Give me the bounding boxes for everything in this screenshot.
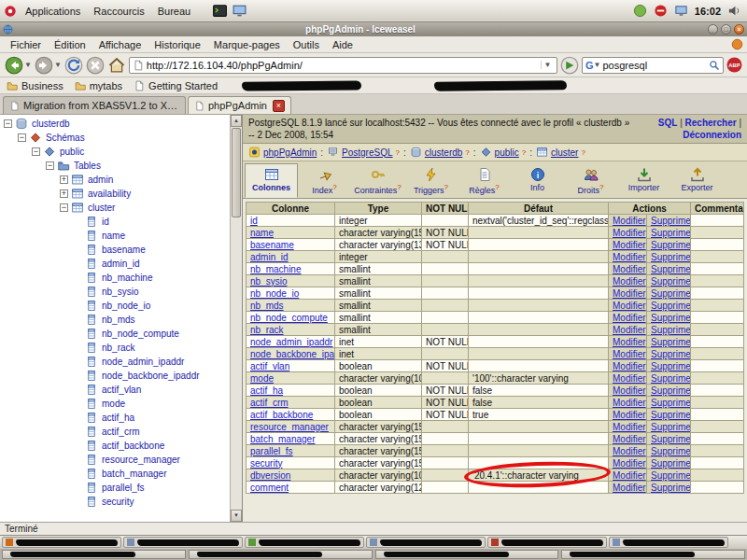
tree-label[interactable]: parallel_fs bbox=[102, 483, 145, 493]
pg-tab-droits[interactable]: Droits? bbox=[564, 163, 617, 198]
tree-expander-icon[interactable]: − bbox=[46, 161, 54, 170]
modify-link[interactable]: Modifier bbox=[613, 252, 646, 262]
drop-link[interactable]: Supprimer bbox=[651, 313, 691, 323]
tree-label[interactable]: resource_manager bbox=[102, 455, 180, 465]
forward-button[interactable] bbox=[35, 56, 53, 75]
network-monitor-icon[interactable] bbox=[674, 4, 688, 18]
modify-link[interactable]: Modifier bbox=[613, 385, 646, 396]
panel-menu-raccourcis[interactable]: Raccourcis bbox=[87, 3, 150, 20]
column-name-link[interactable]: actif_crm bbox=[250, 398, 289, 408]
column-name-link[interactable]: dbversion bbox=[250, 470, 290, 481]
drop-link[interactable]: Supprimer bbox=[651, 240, 691, 250]
browser-tab-1[interactable]: Migration from XBAS5V1.2 to XBAS5V3... bbox=[3, 96, 186, 114]
drop-link[interactable]: Supprimer bbox=[651, 301, 691, 311]
column-name-link[interactable]: mode bbox=[250, 373, 274, 384]
go-button[interactable] bbox=[560, 56, 579, 75]
tree-expander-icon[interactable]: − bbox=[32, 147, 40, 156]
toplink-deconnexion[interactable]: Déconnexion bbox=[683, 130, 741, 140]
panel-clock[interactable]: 16:02 bbox=[695, 6, 721, 17]
drop-link[interactable]: Supprimer bbox=[651, 349, 691, 359]
help-link[interactable]: ? bbox=[396, 148, 400, 157]
tree-label[interactable]: availability bbox=[88, 189, 131, 199]
modify-link[interactable]: Modifier bbox=[613, 434, 646, 444]
column-name-link[interactable]: resource_manager bbox=[250, 422, 329, 432]
column-name-link[interactable]: actif_vlan bbox=[250, 361, 289, 371]
search-icon[interactable] bbox=[709, 60, 720, 71]
help-link[interactable]: ? bbox=[397, 183, 401, 191]
tree-label[interactable]: public bbox=[60, 147, 84, 157]
tree-label[interactable]: Tables bbox=[74, 161, 101, 171]
toplink-sql[interactable]: SQL bbox=[658, 118, 678, 128]
url-dropdown-icon[interactable]: ▼ bbox=[541, 61, 554, 69]
search-bar[interactable]: G ▼ posgresql bbox=[582, 57, 724, 74]
column-name-link[interactable]: nb_rack bbox=[250, 325, 284, 335]
drop-link[interactable]: Supprimer bbox=[651, 228, 691, 238]
tree-label[interactable]: actif_ha bbox=[102, 413, 134, 423]
help-link[interactable]: ? bbox=[522, 148, 526, 157]
back-button[interactable] bbox=[5, 56, 23, 75]
minimize-button[interactable]: _ bbox=[708, 24, 718, 35]
breadcrumb-public[interactable]: public? bbox=[480, 147, 527, 158]
close-button[interactable]: × bbox=[734, 24, 744, 35]
tree-label[interactable]: nb_node_io bbox=[102, 301, 150, 311]
window-titlebar[interactable]: phpPgAdmin - Iceweasel _ □ × bbox=[0, 22, 747, 36]
tree-label[interactable]: basename bbox=[102, 245, 146, 255]
column-name-link[interactable]: actif_backbone bbox=[250, 410, 313, 420]
back-dropdown-icon[interactable]: ▼ bbox=[24, 61, 32, 69]
tree-expander-icon[interactable]: + bbox=[60, 189, 68, 198]
tree-label[interactable]: nb_mds bbox=[102, 315, 135, 325]
help-link[interactable]: ? bbox=[599, 183, 603, 191]
pg-tab-index[interactable]: Index? bbox=[298, 163, 351, 198]
pg-tab-regles[interactable]: Règles? bbox=[458, 163, 511, 198]
tree-label[interactable]: id bbox=[102, 217, 109, 227]
column-name-link[interactable]: nb_node_compute bbox=[250, 313, 328, 323]
column-name-link[interactable]: comment bbox=[250, 483, 289, 493]
column-name-link[interactable]: basename bbox=[250, 240, 294, 250]
terminal-launcher-icon[interactable] bbox=[212, 3, 228, 19]
tree-label[interactable]: mode bbox=[102, 399, 125, 409]
modify-link[interactable]: Modifier bbox=[613, 325, 646, 335]
column-name-link[interactable]: nb_mds bbox=[250, 301, 284, 311]
tree-label[interactable]: cluster bbox=[88, 203, 115, 213]
home-button[interactable] bbox=[107, 56, 126, 75]
tree-label[interactable]: nb_node_compute bbox=[102, 329, 179, 339]
status-orb-icon[interactable] bbox=[633, 4, 647, 18]
modify-link[interactable]: Modifier bbox=[613, 410, 646, 420]
drop-link[interactable]: Supprimer bbox=[651, 470, 691, 481]
pg-tab-colonnes[interactable]: Colonnes bbox=[245, 163, 298, 198]
modify-link[interactable]: Modifier bbox=[613, 483, 646, 493]
stop-button[interactable] bbox=[86, 56, 105, 75]
taskbar-window-button[interactable] bbox=[245, 537, 364, 548]
modify-link[interactable]: Modifier bbox=[613, 240, 646, 250]
menu-affichage[interactable]: Affichage bbox=[92, 38, 148, 51]
volume-icon[interactable] bbox=[727, 4, 741, 18]
tree-label[interactable]: Schémas bbox=[46, 133, 85, 143]
tree-label[interactable]: actif_vlan bbox=[102, 385, 141, 395]
tab-close-button[interactable]: × bbox=[273, 100, 285, 112]
panel-menu-bureau[interactable]: Bureau bbox=[151, 3, 197, 20]
menu-fichier[interactable]: Fichier bbox=[4, 38, 48, 51]
column-name-link[interactable]: node_admin_ipaddr bbox=[250, 337, 332, 347]
menu-edition[interactable]: Édition bbox=[48, 38, 92, 51]
display-launcher-icon[interactable] bbox=[232, 3, 247, 19]
drop-link[interactable]: Supprimer bbox=[651, 422, 691, 432]
drop-link[interactable]: Supprimer bbox=[651, 276, 691, 287]
pg-tab-importer[interactable]: Importer bbox=[617, 163, 670, 198]
forward-dropdown-icon[interactable]: ▼ bbox=[54, 61, 62, 69]
tree-label[interactable]: nb_machine bbox=[102, 273, 152, 283]
drop-link[interactable]: Supprimer bbox=[651, 264, 691, 274]
taskbar-window-button[interactable] bbox=[366, 537, 486, 548]
pg-tab-exporter[interactable]: Exporter bbox=[670, 163, 724, 198]
drop-link[interactable]: Supprimer bbox=[651, 288, 691, 299]
column-name-link[interactable]: parallel_fs bbox=[250, 446, 293, 456]
modify-link[interactable]: Modifier bbox=[613, 228, 646, 238]
drop-link[interactable]: Supprimer bbox=[651, 252, 691, 262]
adblock-icon[interactable]: ABP bbox=[726, 57, 742, 73]
bookmark-getting-started[interactable]: Getting Started bbox=[134, 80, 218, 91]
applications-menu-icon[interactable] bbox=[4, 5, 17, 18]
search-input[interactable]: posgresql bbox=[602, 60, 707, 71]
taskbar-window-button[interactable] bbox=[487, 537, 607, 548]
menu-aide[interactable]: Aide bbox=[326, 38, 359, 51]
drop-link[interactable]: Supprimer bbox=[651, 398, 691, 408]
pg-tab-info[interactable]: iInfo bbox=[511, 163, 564, 198]
